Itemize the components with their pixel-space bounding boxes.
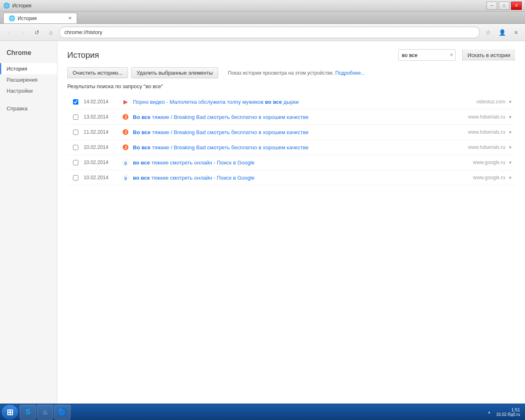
history-entry: 13.02.2014 J Во все тяжкие / Breaking Ba… xyxy=(67,110,515,125)
entry-favicon: g xyxy=(121,173,130,183)
titlebar-favicon: 🌐 xyxy=(3,2,10,9)
entry-favicon: J xyxy=(121,127,130,137)
home-button[interactable]: ⌂ xyxy=(45,27,57,38)
history-entry: 10.02.2014 g во все тяжкие смотреть онла… xyxy=(67,155,515,170)
entry-checkbox-input[interactable] xyxy=(73,114,78,120)
entry-menu-button[interactable]: ▼ xyxy=(505,130,515,135)
skype-icon: S xyxy=(25,408,30,416)
search-input[interactable] xyxy=(399,50,448,60)
video-favicon-icon: ▶ xyxy=(123,98,128,105)
tab-close-button[interactable]: ✕ xyxy=(68,16,72,21)
entry-title[interactable]: Во все тяжкие / Breaking Bad смотреть бе… xyxy=(133,129,465,135)
content-area: История ✕ Искать в истории Очистить исто… xyxy=(57,41,525,404)
entry-checkbox-input[interactable] xyxy=(73,145,78,150)
entry-checkbox-input[interactable] xyxy=(73,130,78,135)
entry-domain: www.hdserials.ru xyxy=(468,114,505,120)
entry-title[interactable]: во все тяжкие смотреть онлайн - Поиск в … xyxy=(133,175,470,181)
close-button[interactable]: ✕ xyxy=(511,2,522,10)
entry-date: 10.02.2014 xyxy=(84,160,121,165)
clear-history-button[interactable]: Очистить историю... xyxy=(67,67,128,78)
history-entry: 10.02.2014 g во все тяжкие смотреть онла… xyxy=(67,170,515,185)
steam-icon: ♨ xyxy=(42,408,48,416)
forward-button[interactable]: › xyxy=(17,27,29,38)
search-results-label: Результаты поиска по запросу "во все" xyxy=(67,83,515,89)
svg-text:J: J xyxy=(124,145,127,150)
sidebar-item-extensions[interactable]: Расширения xyxy=(0,74,57,85)
entry-title[interactable]: Порно видео - Малолетка обслужила толпу … xyxy=(133,99,473,105)
entry-checkbox-cell xyxy=(67,99,84,105)
entry-title[interactable]: Во все тяжкие / Breaking Bad смотреть бе… xyxy=(133,114,465,120)
entry-date: 10.02.2014 xyxy=(84,144,121,150)
entry-menu-button[interactable]: ▼ xyxy=(505,160,515,165)
browser-toolbar: ‹ › ↺ ⌂ ☆ 👤 ≡ xyxy=(0,24,525,41)
joomla-favicon-icon: J xyxy=(122,144,129,151)
entry-date: 10.02.2014 xyxy=(84,175,121,180)
sidebar-item-help[interactable]: Справка xyxy=(0,103,57,114)
entry-date: 13.02.2014 xyxy=(84,114,121,120)
titlebar-title: История xyxy=(12,3,486,9)
entry-menu-button[interactable]: ▼ xyxy=(505,100,515,104)
delete-selected-button[interactable]: Удалить выбранные элементы xyxy=(131,67,218,78)
entry-checkbox-cell xyxy=(67,175,84,180)
device-notice: Показ истории просмотра на этом устройст… xyxy=(228,70,365,76)
joomla-favicon-icon: J xyxy=(122,114,129,120)
svg-text:J: J xyxy=(124,130,127,135)
entry-menu-button[interactable]: ▼ xyxy=(505,145,515,150)
active-tab[interactable]: 🌐 История ✕ xyxy=(3,13,77,23)
sidebar: Chrome История Расширения Настройки Спра… xyxy=(0,41,57,404)
sidebar-item-settings[interactable]: Настройки xyxy=(0,85,57,96)
search-box: ✕ xyxy=(398,49,456,61)
entry-favicon: g xyxy=(121,158,130,167)
entry-checkbox-input[interactable] xyxy=(73,175,78,180)
svg-text:J: J xyxy=(124,114,127,119)
entry-checkbox-cell xyxy=(67,145,84,150)
taskbar-clock: 1:51 16.02.Ядб.ru xyxy=(493,407,523,417)
reload-button[interactable]: ↺ xyxy=(31,27,43,38)
entry-date: 14.02.2014 xyxy=(84,99,121,105)
history-list: 14.02.2014▶Порно видео - Малолетка обслу… xyxy=(67,94,515,185)
main-layout: Chrome История Расширения Настройки Спра… xyxy=(0,41,525,404)
entry-checkbox-input[interactable] xyxy=(73,99,78,105)
entry-date: 11.02.2014 xyxy=(84,129,121,135)
star-button[interactable]: ☆ xyxy=(482,27,494,38)
content-header: История ✕ Искать в истории xyxy=(67,49,515,61)
entry-domain: videotuz.com xyxy=(476,99,505,105)
entry-domain: www.google.ru xyxy=(473,160,505,165)
entry-menu-button[interactable]: ▼ xyxy=(505,115,515,119)
entry-domain: www.hdserials.ru xyxy=(468,129,505,135)
taskbar-chrome[interactable]: 🔵 xyxy=(54,405,71,420)
tab-title: История xyxy=(18,16,37,21)
tray-arrow[interactable]: ▲ xyxy=(487,410,491,414)
titlebar: 🌐 История ─ □ ✕ xyxy=(0,0,525,11)
entry-menu-button[interactable]: ▼ xyxy=(505,176,515,180)
sidebar-gap xyxy=(0,96,57,103)
entry-checkbox-cell xyxy=(67,160,84,165)
entry-domain: www.google.ru xyxy=(473,175,505,180)
taskbar-skype[interactable]: S xyxy=(20,405,36,420)
address-bar[interactable] xyxy=(59,27,480,38)
sidebar-item-history[interactable]: История xyxy=(0,63,57,74)
learn-more-link[interactable]: Подробнее... xyxy=(335,70,365,76)
search-history-button[interactable]: Искать в истории xyxy=(462,49,515,61)
minimize-button[interactable]: ─ xyxy=(486,2,497,10)
taskbar-tray: ▲ xyxy=(486,410,493,414)
entry-checkbox-cell xyxy=(67,130,84,135)
entry-checkbox-input[interactable] xyxy=(73,160,78,165)
joomla-favicon-icon: J xyxy=(122,129,129,135)
history-entry: 11.02.2014 J Во все тяжкие / Breaking Ba… xyxy=(67,125,515,140)
search-clear-button[interactable]: ✕ xyxy=(448,52,455,58)
person-button[interactable]: 👤 xyxy=(496,27,508,38)
clock-date: 16.02.Ядб.ru xyxy=(496,412,520,417)
maximize-button[interactable]: □ xyxy=(499,2,509,10)
back-button[interactable]: ‹ xyxy=(3,27,15,38)
entry-checkbox-cell xyxy=(67,114,84,120)
entry-title[interactable]: Во все тяжкие / Breaking Bad смотреть бе… xyxy=(133,144,465,151)
entry-title[interactable]: во все тяжкие смотреть онлайн - Поиск в … xyxy=(133,160,470,166)
entry-favicon: J xyxy=(121,142,130,152)
start-button[interactable]: ⊞ xyxy=(2,405,18,420)
entry-domain: www.hdserials.ru xyxy=(468,144,505,150)
sidebar-brand: Chrome xyxy=(0,48,57,63)
tabbar: 🌐 История ✕ xyxy=(0,11,525,24)
menu-button[interactable]: ≡ xyxy=(510,27,522,38)
taskbar-steam[interactable]: ♨ xyxy=(37,405,53,420)
